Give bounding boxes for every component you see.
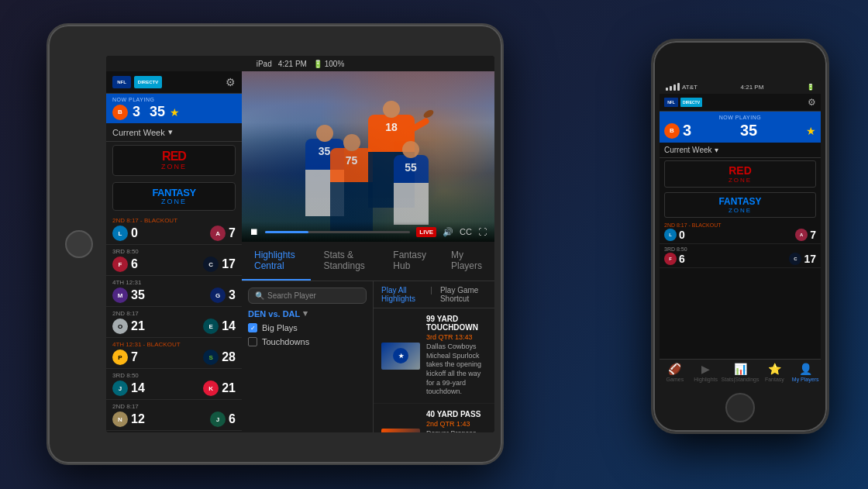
- gear-icon[interactable]: ⚙: [226, 76, 236, 88]
- search-icon: 🔍: [255, 291, 264, 300]
- scene: iPad 4:21 PM 🔋 100% NFL DIRECTV: [0, 0, 868, 489]
- iphone-game-list: 2ND 8:17 - BLACKOUT L 0 A 7 3RD 8:50: [660, 220, 821, 359]
- progress-fill: [265, 231, 308, 233]
- home-score: 3: [133, 104, 140, 120]
- highlight-list: ★ 99 YARD TOUCHDOWN 3rd QTR 13:43 Dallas…: [374, 308, 494, 432]
- game-teams: M 35 G 3: [112, 288, 236, 303]
- iphone-falcons-logo: F: [664, 253, 677, 265]
- ipad-content: 35 75 18: [242, 71, 494, 432]
- game-info: 2ND 8:17: [112, 310, 236, 317]
- chevron-down-icon: ▾: [168, 127, 173, 137]
- ipad-home-button[interactable]: [65, 230, 93, 258]
- iphone-now-playing-label: NOW PLAYING: [664, 115, 816, 120]
- game-row[interactable]: 3RD 8:50 F 6 C 17: [106, 245, 242, 276]
- search-box[interactable]: 🔍 Search Player: [248, 288, 367, 304]
- team-score: N 12: [112, 412, 145, 427]
- iphone-tab-games[interactable]: 🏈 Games: [660, 363, 691, 382]
- iphone-teams: F 6 C 17: [664, 253, 816, 265]
- highlight-time: 2nd QTR 1:43: [426, 420, 487, 428]
- game-row[interactable]: 2ND 8:17 - BLACKOUT L 0 A 7: [106, 214, 242, 245]
- iphone-bears-logo: C: [789, 253, 801, 265]
- highlight-desc: Dallas Cowboys Micheal Spurlock takes th…: [426, 343, 487, 397]
- red-zone-sub: ZONE: [116, 163, 232, 170]
- fantasy-zone-button[interactable]: FANTASY ZONE: [112, 182, 236, 211]
- iphone-fantasy-zone-button[interactable]: FANTASY ZONE: [664, 192, 816, 218]
- game-teams: J 14 K 21: [112, 381, 236, 396]
- team-score: J 14: [112, 381, 145, 396]
- now-playing-label: NOW PLAYING: [112, 97, 180, 102]
- now-playing-bar: NOW PLAYING B 3 35 ★: [106, 94, 242, 123]
- iphone-team-score: C 17: [789, 253, 816, 265]
- cowboys-logo-thumb: ★: [393, 348, 408, 363]
- iphone-red-zone-button[interactable]: RED ZONE: [664, 160, 816, 188]
- highlight-item[interactable]: ★ 99 YARD TOUCHDOWN 3rd QTR 13:43 Dallas…: [374, 308, 494, 404]
- iphone-fantasy-zone-text: FANTASY: [668, 196, 812, 207]
- iphone-home-score: 3: [683, 122, 691, 139]
- tab-fantasy-hub[interactable]: Fantasy Hub: [381, 242, 439, 281]
- tab-my-players[interactable]: My Players: [439, 242, 494, 281]
- iphone-gear-icon[interactable]: ⚙: [808, 97, 816, 108]
- iphone-favorite-star-icon[interactable]: ★: [806, 125, 816, 137]
- video-player[interactable]: 35 75 18: [242, 71, 494, 242]
- tab-bar: Highlights Central Stats & Standings Fan…: [242, 242, 494, 281]
- iphone-red-zone-text: RED: [668, 164, 812, 177]
- iphone-tab-my-players[interactable]: 👤 My Players: [790, 363, 821, 382]
- team-score: C 17: [203, 257, 236, 272]
- game-info: 4TH 12:31 - BLACKOUT: [112, 341, 236, 348]
- tab-stats-standings[interactable]: Stats & Standings: [311, 242, 381, 281]
- ipad-time: 4:21 PM: [278, 60, 307, 68]
- filter-big-plays[interactable]: ✓ Big Plays: [248, 323, 367, 332]
- iphone-tab-highlights[interactable]: ▶ Highlights: [691, 363, 722, 382]
- game-teams: L 0 A 7: [112, 226, 236, 241]
- game-row[interactable]: 4TH 12:31 M 35 G 3: [106, 276, 242, 307]
- logo-area: NFL DIRECTV: [112, 76, 162, 88]
- progress-bar[interactable]: [265, 231, 410, 233]
- game-row[interactable]: 3RD 8:50 J 14 K 21: [106, 369, 242, 400]
- favorite-star-icon[interactable]: ★: [170, 106, 180, 119]
- current-week[interactable]: Current Week ▾: [106, 123, 242, 142]
- iphone-game-row[interactable]: 2ND 8:17 - BLACKOUT L 0 A 7: [660, 220, 821, 244]
- jaguars-logo: J: [112, 381, 128, 396]
- play-pause-button[interactable]: ⏹: [250, 226, 259, 237]
- game-teams: O 21 E 14: [112, 319, 236, 334]
- left-panel: 🔍 Search Player DEN vs. DAL ▾ ✓ Big Play…: [242, 281, 374, 432]
- tab-highlights-central[interactable]: Highlights Central: [242, 242, 311, 281]
- search-player-input[interactable]: Search Player: [267, 291, 316, 300]
- touchdowns-checkbox[interactable]: [248, 337, 257, 346]
- ipad-sidebar: NFL DIRECTV ⚙ NOW PLAYING: [106, 71, 242, 432]
- big-plays-checkbox[interactable]: ✓: [248, 323, 257, 332]
- match-arrow-icon: ▾: [303, 308, 308, 319]
- iphone-game-row[interactable]: 3RD 8:50 F 6 C 17: [660, 244, 821, 268]
- red-zone-button[interactable]: RED ZONE: [112, 145, 236, 176]
- eagles-logo: E: [203, 319, 219, 334]
- games-tab-icon: 🏈: [668, 363, 681, 375]
- ipad-sidebar-top: NFL DIRECTV ⚙: [106, 71, 242, 94]
- volume-icon[interactable]: 🔊: [443, 227, 453, 237]
- game-row[interactable]: 2ND 8:17 N 12 J 6: [106, 400, 242, 431]
- iphone-tab-stats[interactable]: 📊 Stats|Standings: [722, 363, 760, 382]
- raiders-logo: O: [112, 319, 128, 334]
- closed-caption-icon[interactable]: CC: [460, 227, 472, 236]
- iphone-home-button[interactable]: [725, 393, 755, 422]
- content-panel: 🔍 Search Player DEN vs. DAL ▾ ✓ Big Play…: [242, 281, 494, 432]
- filter-touchdowns[interactable]: Touchdowns: [248, 337, 367, 346]
- iphone-time: 4:21 PM: [741, 84, 764, 91]
- game-row[interactable]: 2ND 8:17 O 21 E 14: [106, 307, 242, 338]
- play-game-shortcut-link[interactable]: Play Game Shortcut: [440, 286, 487, 303]
- highlight-item[interactable]: B 40 YARD PASS 2nd QTR 1:43 Denver Bronc…: [374, 404, 494, 432]
- iphone-current-week[interactable]: Current Week ▾: [660, 143, 821, 158]
- chiefs-logo: K: [203, 381, 219, 396]
- my-players-tab-icon: 👤: [799, 363, 812, 375]
- iphone-top-bar: NFL DIRECTV ⚙: [660, 94, 821, 112]
- ipad-statusbar: iPad 4:21 PM 🔋 100%: [106, 56, 494, 71]
- fullscreen-icon[interactable]: ⛶: [478, 227, 487, 236]
- iphone-tab-fantasy[interactable]: ⭐ Fantasy: [759, 363, 790, 382]
- iphone-away-score: 35: [740, 122, 757, 139]
- team-score: S 28: [203, 350, 236, 365]
- play-all-highlights-link[interactable]: Play All Highlights: [381, 286, 422, 303]
- nfl-logo: NFL: [112, 76, 131, 88]
- fantasy-zone-sub: ZONE: [116, 198, 232, 205]
- broncos-logo: B: [112, 105, 128, 120]
- game-info: 3RD 8:50: [112, 248, 236, 255]
- game-row[interactable]: 4TH 12:31 - BLACKOUT P 7 S 28: [106, 338, 242, 369]
